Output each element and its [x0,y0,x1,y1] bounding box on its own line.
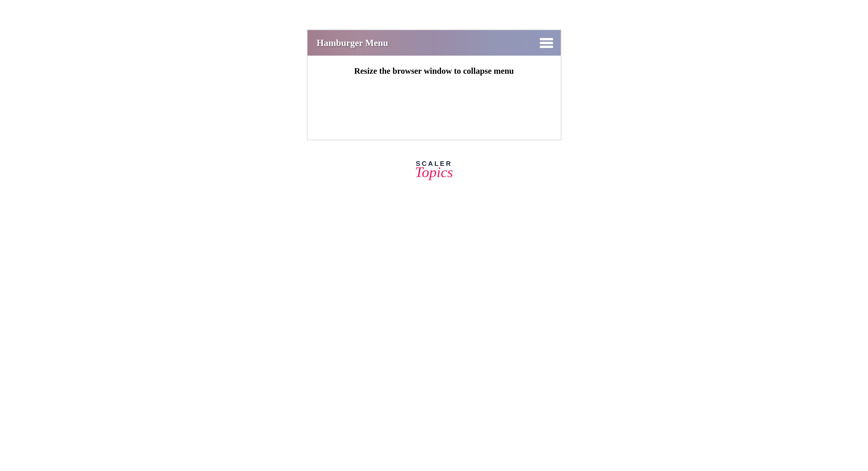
content-area: Resize the browser window to collapse me… [308,56,561,139]
scaler-topics-logo: SCALER Topics [415,160,453,178]
navbar-title: Hamburger Menu [317,37,388,48]
logo-topics-text: Topics [415,167,453,178]
hamburger-menu-button[interactable] [540,38,553,48]
content-heading: Resize the browser window to collapse me… [354,66,514,139]
hamburger-bar-icon [540,46,553,48]
app-window: Hamburger Menu Resize the browser window… [307,29,561,140]
navbar: Hamburger Menu [308,30,561,56]
hamburger-bar-icon [540,38,553,40]
hamburger-bar-icon [540,42,553,44]
